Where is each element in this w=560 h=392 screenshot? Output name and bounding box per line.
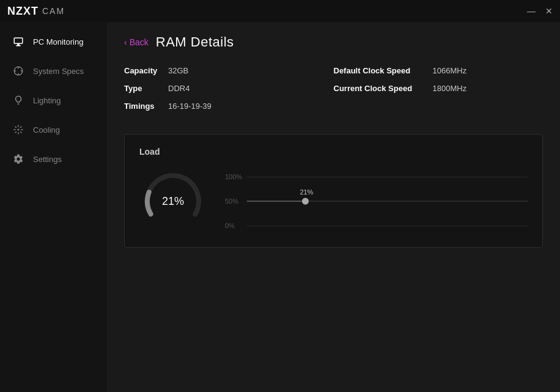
stats-right: Default Clock Speed 1066MHz Current Cloc… <box>334 66 543 119</box>
bar-thumb <box>302 198 309 205</box>
load-content: 21% 100% 50% 0% <box>139 168 528 235</box>
sidebar-label-settings: Settings <box>33 155 62 164</box>
type-value: DDR4 <box>168 84 190 93</box>
sidebar-item-system-specs[interactable]: System Specs <box>0 56 107 86</box>
back-button[interactable]: ‹ Back <box>124 37 149 47</box>
load-card: Load 21% 100% <box>124 134 543 248</box>
page-title: RAM Details <box>156 34 234 50</box>
timings-value: 16-19-19-39 <box>168 102 212 111</box>
bar-track <box>247 201 528 202</box>
bar-pct-label: 21% <box>300 188 313 196</box>
monitor-icon <box>12 35 24 48</box>
chart-inner: 21% <box>247 177 528 226</box>
sidebar-item-cooling[interactable]: Cooling <box>0 115 107 144</box>
default-clock-label: Default Clock Speed <box>334 66 426 75</box>
logo-nzxt: NZXT <box>7 5 39 18</box>
gridline-top <box>247 177 528 177</box>
sidebar-item-lighting[interactable]: Lighting <box>0 86 107 115</box>
timings-label: Timings <box>124 102 161 111</box>
close-button[interactable]: ✕ <box>545 7 553 15</box>
sidebar-item-settings[interactable]: Settings <box>0 144 107 174</box>
content-area: ‹ Back RAM Details Capacity 32GB Type DD… <box>107 22 560 392</box>
type-label: Type <box>124 84 161 93</box>
y-label-0: 0% <box>225 222 235 229</box>
stat-timings: Timings 16-19-19-39 <box>124 102 334 111</box>
settings-icon <box>12 153 24 165</box>
progress-bar-container: 21% <box>247 201 528 202</box>
sidebar: PC Monitoring System Specs Lighting Cool… <box>0 22 107 392</box>
stat-capacity: Capacity 32GB <box>124 66 334 75</box>
default-clock-value: 1066MHz <box>433 66 467 75</box>
gauge-value-label: 21% <box>162 195 184 208</box>
lighting-icon <box>12 94 24 106</box>
stats-grid: Capacity 32GB Type DDR4 Timings 16-19-19… <box>124 66 543 119</box>
stat-type: Type DDR4 <box>124 84 334 93</box>
app-logo: NZXT CAM <box>7 5 65 18</box>
stat-default-clock: Default Clock Speed 1066MHz <box>334 66 543 75</box>
window-controls: — ✕ <box>527 7 553 15</box>
capacity-value: 32GB <box>168 66 188 75</box>
y-label-50: 50% <box>225 198 238 205</box>
current-clock-label: Current Clock Speed <box>334 84 426 93</box>
system-specs-icon <box>12 65 24 77</box>
cooling-icon <box>12 124 24 136</box>
svg-point-0 <box>18 129 20 131</box>
sidebar-label-pc-monitoring: PC Monitoring <box>33 37 83 46</box>
gridline-bot <box>247 226 528 226</box>
sidebar-label-lighting: Lighting <box>33 96 61 105</box>
back-chevron-icon: ‹ <box>124 37 127 47</box>
chart-wrapper: 100% 50% 0% 21% <box>225 177 528 226</box>
minimize-button[interactable]: — <box>527 7 536 15</box>
back-label: Back <box>130 37 149 47</box>
title-bar: NZXT CAM — ✕ <box>0 0 560 22</box>
main-layout: PC Monitoring System Specs Lighting Cool… <box>0 22 560 392</box>
sidebar-item-pc-monitoring[interactable]: PC Monitoring <box>0 27 107 56</box>
stat-current-clock: Current Clock Speed 1800MHz <box>334 84 543 93</box>
logo-cam: CAM <box>42 6 65 16</box>
page-header: ‹ Back RAM Details <box>124 34 543 50</box>
sidebar-label-cooling: Cooling <box>33 125 60 135</box>
current-clock-value: 1800MHz <box>433 84 467 93</box>
sidebar-label-system-specs: System Specs <box>33 67 84 76</box>
y-label-100: 100% <box>225 173 242 180</box>
stats-left: Capacity 32GB Type DDR4 Timings 16-19-19… <box>124 66 334 119</box>
capacity-label: Capacity <box>124 66 161 75</box>
bar-fill <box>247 201 306 202</box>
load-title: Load <box>139 147 528 157</box>
gauge-container: 21% <box>139 168 207 235</box>
